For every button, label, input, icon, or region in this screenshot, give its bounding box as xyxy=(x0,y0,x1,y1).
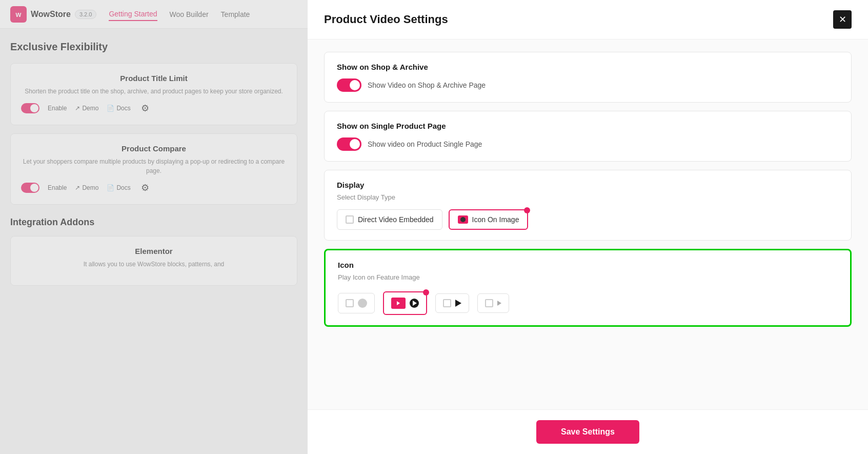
icon-thumb-2 xyxy=(391,298,406,309)
single-product-toggle-row: Show video on Product Single Page xyxy=(337,137,839,151)
icon-on-image-icon xyxy=(458,215,468,224)
single-product-toggle-label: Show video on Product Single Page xyxy=(368,140,482,148)
display-option-icon[interactable]: Icon On Image xyxy=(449,209,529,230)
product-title-card-footer: Enable ↗ Demo 📄 Docs ⚙ xyxy=(21,102,287,114)
shop-archive-toggle-row: Show Video on Shop & Archive Page xyxy=(337,78,839,92)
direct-label: Direct Video Embedded xyxy=(358,215,434,224)
product-compare-card: Product Compare Let your shoppers compar… xyxy=(10,133,297,205)
icon-on-image-label: Icon On Image xyxy=(472,215,519,224)
icon-option-3[interactable] xyxy=(435,293,469,313)
product-title-card: Product Title Limit Shorten the product … xyxy=(10,63,297,125)
product-title-demo[interactable]: ↗ Demo xyxy=(75,105,98,112)
icon2-badge xyxy=(423,289,429,295)
icon1-checkbox xyxy=(346,299,354,307)
top-nav: w WowStore 3.2.0 Getting Started Woo Bui… xyxy=(0,0,308,29)
logo-icon: w xyxy=(10,6,27,23)
single-product-toggle[interactable] xyxy=(337,137,361,151)
icon-option-1[interactable] xyxy=(338,293,375,313)
exclusive-title: Exclusive Flexibility xyxy=(10,41,297,53)
panel-footer: Save Settings xyxy=(308,409,868,454)
play-circle-small-icon xyxy=(460,217,466,222)
product-title-card-desc: Shorten the product title on the shop, a… xyxy=(21,87,287,96)
play-circle-icon-2 xyxy=(410,299,419,308)
product-compare-enable: Enable xyxy=(48,184,67,191)
product-compare-card-title: Product Compare xyxy=(21,144,287,153)
icon-section: Icon Play Icon on Feature Image xyxy=(324,249,852,327)
app-background: w WowStore 3.2.0 Getting Started Woo Bui… xyxy=(0,0,308,454)
play-triangle-icon-2 xyxy=(413,301,417,306)
shop-archive-toggle-label: Show Video on Shop & Archive Page xyxy=(368,81,486,89)
display-options: Direct Video Embedded Icon On Image xyxy=(337,209,839,230)
icon3-checkbox xyxy=(443,299,451,307)
save-settings-button[interactable]: Save Settings xyxy=(536,420,639,444)
icon-on-image-badge xyxy=(524,207,530,213)
product-title-toggle[interactable] xyxy=(21,103,39,113)
version-badge: 3.2.0 xyxy=(75,10,96,19)
gray-circle-icon xyxy=(358,299,367,308)
product-title-gear-icon[interactable]: ⚙ xyxy=(139,102,151,114)
product-compare-docs[interactable]: 📄 Docs xyxy=(107,184,130,191)
icon4-checkbox xyxy=(485,299,493,307)
product-compare-gear-icon[interactable]: ⚙ xyxy=(139,182,151,194)
shop-archive-section: Show on Shop & Archive Show Video on Sho… xyxy=(324,52,852,103)
icon-options xyxy=(338,291,838,315)
icon-option-2[interactable] xyxy=(383,291,427,315)
nav-template[interactable]: Template xyxy=(221,8,250,21)
panel-body: Show on Shop & Archive Show Video on Sho… xyxy=(308,40,868,409)
product-title-enable: Enable xyxy=(48,105,67,112)
display-option-direct[interactable]: Direct Video Embedded xyxy=(337,209,442,230)
display-section: Display Select Display Type Direct Video… xyxy=(324,170,852,241)
single-product-title: Show on Single Product Page xyxy=(337,122,839,130)
panel-title: Product Video Settings xyxy=(324,13,448,26)
logo-area: w WowStore 3.2.0 xyxy=(10,6,96,23)
nav-getting-started[interactable]: Getting Started xyxy=(109,8,157,21)
display-subtitle: Select Display Type xyxy=(337,193,839,201)
shop-archive-toggle[interactable] xyxy=(337,78,361,92)
elementor-title: Elementor xyxy=(21,247,287,255)
elementor-desc: It allows you to use WowStore blocks, pa… xyxy=(21,260,287,269)
product-title-docs[interactable]: 📄 Docs xyxy=(107,105,130,112)
svg-marker-0 xyxy=(397,301,400,305)
icon-section-subtitle: Play Icon on Feature Image xyxy=(338,273,838,281)
product-compare-toggle[interactable] xyxy=(21,183,39,193)
product-compare-card-footer: Enable ↗ Demo 📄 Docs ⚙ xyxy=(21,182,287,194)
panel-header: Product Video Settings ✕ xyxy=(308,0,868,40)
shop-archive-title: Show on Shop & Archive xyxy=(337,63,839,71)
main-content: Exclusive Flexibility Product Title Limi… xyxy=(0,29,308,306)
integration-title: Integration Addons xyxy=(10,217,297,228)
play-triangle-dark-icon xyxy=(455,300,461,307)
single-product-section: Show on Single Product Page Show video o… xyxy=(324,111,852,162)
nav-woo-builder[interactable]: Woo Builder xyxy=(170,8,209,21)
product-title-card-title: Product Title Limit xyxy=(21,74,287,83)
direct-checkbox xyxy=(346,215,354,224)
display-title: Display xyxy=(337,181,839,189)
elementor-card: Elementor It allows you to use WowStore … xyxy=(10,236,297,286)
logo-text: WowStore xyxy=(31,10,71,19)
product-compare-card-desc: Let your shoppers compare multiple produ… xyxy=(21,157,287,175)
play-triangle-gray-icon xyxy=(497,301,501,306)
play-icon-svg-2 xyxy=(396,301,400,305)
close-button[interactable]: ✕ xyxy=(833,10,852,29)
icon-option-4[interactable] xyxy=(477,293,509,313)
icon-section-title: Icon xyxy=(338,261,838,269)
product-video-settings-panel: Product Video Settings ✕ Show on Shop & … xyxy=(308,0,868,454)
product-compare-demo[interactable]: ↗ Demo xyxy=(75,184,98,191)
